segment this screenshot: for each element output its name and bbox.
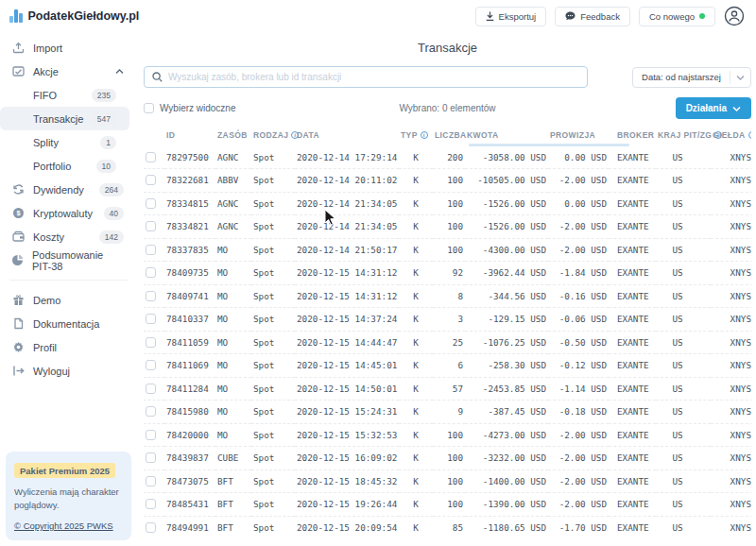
- sidebar-item-akcje[interactable]: Akcje: [0, 60, 137, 83]
- copyright-link[interactable]: © Copyright 2025 PWKS: [14, 520, 113, 531]
- row-checkbox[interactable]: [146, 337, 156, 348]
- cell-id: 78409741: [164, 284, 215, 308]
- row-checkbox[interactable]: [146, 175, 156, 185]
- column-header-kwota[interactable]: KWOTA: [465, 124, 548, 145]
- column-header-prowizja[interactable]: PROWIZJA: [548, 124, 609, 145]
- row-checkbox[interactable]: [146, 267, 156, 278]
- sidebar-item-splity[interactable]: Splity 1: [0, 130, 129, 154]
- sidebar-item-demo[interactable]: Demo: [0, 288, 137, 312]
- cell-broker: EXANTE: [609, 354, 656, 378]
- table-row[interactable]: 78485431BFTSpot2020-12-15 19:26:44K100-1…: [144, 493, 751, 517]
- cell-prowizja: -2.00 USD: [548, 447, 609, 470]
- whats-new-button[interactable]: Co nowego: [639, 7, 715, 26]
- sidebar-item-import[interactable]: Import: [0, 36, 137, 60]
- brand-logo[interactable]: PodatekGiełdowy.pl: [9, 9, 139, 23]
- info-icon[interactable]: i: [748, 131, 751, 139]
- sidebar-item-koszty[interactable]: Koszty 142: [0, 225, 137, 248]
- column-header-zas-b[interactable]: ZASÓB: [215, 124, 251, 145]
- row-checkbox[interactable]: [146, 522, 156, 533]
- table-row[interactable]: 78415980MOSpot2020-12-15 15:24:31K9-387.…: [144, 401, 751, 424]
- sidebar-item-podsumowanie-pit-38[interactable]: Podsumowanie PIT-38: [0, 248, 137, 272]
- sidebar-item-dywidendy[interactable]: Dywidendy 264: [0, 178, 137, 201]
- row-checkbox[interactable]: [146, 406, 156, 417]
- column-header-broker[interactable]: BROKER: [609, 124, 656, 145]
- row-checkbox[interactable]: [146, 245, 156, 255]
- sort-dropdown[interactable]: Data: od najstarszej: [632, 67, 751, 88]
- column-header-kraj-pit-zg[interactable]: KRAJ PIT/ZGi: [656, 124, 711, 145]
- row-checkbox[interactable]: [146, 291, 156, 301]
- row-checkbox[interactable]: [146, 499, 156, 509]
- table-row[interactable]: 78334821AGNCSpot2020-12-14 21:34:05K100-…: [144, 215, 751, 239]
- table-row[interactable]: 78411069MOSpot2020-12-15 14:45:01K6-258.…: [144, 354, 751, 378]
- chevron-up-icon[interactable]: [115, 69, 124, 75]
- cell-gie-da: XNYS: [711, 377, 751, 401]
- row-checkbox[interactable]: [146, 314, 156, 324]
- cell-liczba: 92: [433, 262, 465, 285]
- row-checkbox[interactable]: [146, 476, 156, 486]
- row-checkbox[interactable]: [146, 152, 156, 162]
- sidebar-item-label: Demo: [33, 295, 60, 306]
- info-icon[interactable]: i: [421, 131, 428, 139]
- sidebar-item-wyloguj[interactable]: Wyloguj: [0, 359, 137, 383]
- table-row[interactable]: 78337835MOSpot2020-12-14 21:50:17K100-43…: [144, 238, 751, 262]
- sidebar-item-fifo[interactable]: FIFO 235: [0, 83, 129, 107]
- sidebar-item-transakcje[interactable]: Transakcje 547: [0, 107, 129, 130]
- cell-id: 78411069: [164, 354, 215, 378]
- cell-zas-b: MO: [215, 354, 251, 378]
- column-header-typ[interactable]: TYPi: [399, 124, 433, 145]
- cell-zas-b: CUBE: [215, 447, 251, 470]
- chat-bubble-icon: [565, 11, 576, 21]
- table-row[interactable]: 78439837CUBESpot2020-12-15 16:09:02K100-…: [144, 447, 751, 470]
- actions-button[interactable]: Działania: [676, 97, 751, 119]
- column-header-gie-da[interactable]: GIEŁDAi: [711, 124, 751, 145]
- feedback-button[interactable]: Feedback: [555, 7, 630, 26]
- checkbox-cell: [144, 284, 164, 308]
- sidebar-item-dokumentacja[interactable]: Dokumentacja: [0, 312, 137, 335]
- table-row[interactable]: 78410337MOSpot2020-12-15 14:37:24K3-129.…: [144, 308, 751, 332]
- column-label: KWOTA: [467, 130, 498, 140]
- row-checkbox[interactable]: [146, 221, 156, 231]
- sidebar-item-profil[interactable]: Profil: [0, 335, 137, 359]
- checkbox-cell: [144, 145, 164, 169]
- table-row[interactable]: 78411284MOSpot2020-12-15 14:50:01K57-245…: [144, 377, 751, 401]
- table-row[interactable]: 78411059MOSpot2020-12-15 14:44:47K25-107…: [144, 331, 751, 354]
- top-actions: Eksportuj Feedback Co nowego: [475, 6, 745, 26]
- table-row[interactable]: 78409735MOSpot2020-12-15 14:31:12K92-396…: [144, 262, 751, 285]
- cell-liczba: 100: [433, 238, 465, 262]
- column-header-id[interactable]: ID: [164, 124, 215, 145]
- row-checkbox[interactable]: [146, 360, 156, 370]
- cell-kwota: -387.45 USD: [465, 401, 548, 424]
- costs-icon: [11, 230, 25, 243]
- table-row[interactable]: 78420000MOSpot2020-12-15 15:32:53K100-42…: [144, 423, 751, 447]
- avatar[interactable]: [724, 6, 745, 26]
- sidebar-item-label: FIFO: [33, 90, 57, 101]
- search-input[interactable]: [168, 72, 579, 82]
- column-label: LICZBA: [435, 130, 467, 140]
- column-header-rodzaj[interactable]: RODZAJi: [251, 124, 295, 145]
- cell-rodzaj: Spot: [251, 215, 295, 239]
- sidebar-item-portfolio[interactable]: Portfolio 10: [0, 154, 129, 178]
- column-header-data[interactable]: DATA: [295, 124, 399, 145]
- row-checkbox[interactable]: [146, 198, 156, 209]
- row-checkbox[interactable]: [146, 384, 156, 394]
- table-row[interactable]: 78473075BFTSpot2020-12-15 18:45:32K100-1…: [144, 469, 751, 493]
- select-visible-control[interactable]: Wybierz widoczne: [144, 103, 236, 113]
- column-header-liczba[interactable]: LICZBA: [433, 124, 465, 145]
- row-checkbox[interactable]: [146, 430, 156, 440]
- table-row[interactable]: 78494991BFTSpot2020-12-15 20:09:54K85-11…: [144, 516, 751, 539]
- row-checkbox[interactable]: [146, 452, 156, 463]
- cell-gie-da: XNYS: [711, 354, 751, 378]
- sidebar-item-kryptowaluty[interactable]: $ Kryptowaluty 40: [0, 201, 137, 225]
- table-row[interactable]: 78322681ABBVSpot2020-12-14 20:11:02K100-…: [144, 169, 751, 193]
- table-row[interactable]: 78297500AGNCSpot2020-12-14 17:29:14K200-…: [144, 145, 751, 169]
- checkbox-cell: [144, 493, 164, 517]
- cell-kraj-pit-zg: US: [656, 469, 711, 493]
- chevron-down-icon: [730, 71, 750, 84]
- select-visible-checkbox[interactable]: [144, 103, 154, 113]
- checkbox-cell: [144, 331, 164, 354]
- table-row[interactable]: 78334815AGNCSpot2020-12-14 21:34:05K100-…: [144, 192, 751, 215]
- column-label: ZASÓB: [217, 130, 248, 140]
- table-row[interactable]: 78409741MOSpot2020-12-15 14:31:12K8-344.…: [144, 284, 751, 308]
- horizontal-scroll-indicator[interactable]: [469, 144, 629, 146]
- export-button[interactable]: Eksportuj: [475, 7, 547, 26]
